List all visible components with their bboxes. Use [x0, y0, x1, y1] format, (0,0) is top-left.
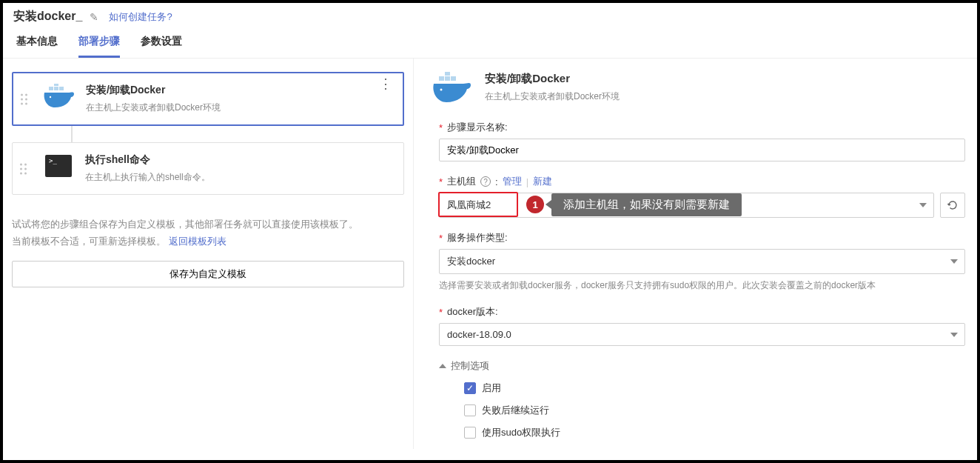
sudo-label: 使用sudo权限执行 — [482, 426, 560, 439]
service-type-value: 安装docker — [447, 256, 495, 267]
step-connector — [71, 126, 73, 142]
required-icon: * — [439, 176, 443, 187]
hint-text: 当前模板不合适，可重新选择模板。 — [12, 236, 166, 247]
host-group-new-link[interactable]: 新建 — [533, 175, 552, 188]
host-group-label: 主机组 — [447, 175, 476, 188]
svg-point-4 — [50, 96, 51, 98]
drag-handle-icon[interactable] — [20, 163, 27, 174]
svg-rect-8 — [445, 76, 450, 81]
help-link[interactable]: 如何创建任务? — [109, 10, 172, 24]
svg-rect-0 — [49, 87, 53, 90]
page-title: 安装docker_ — [13, 9, 82, 24]
service-type-hint: 选择需要安装或者卸载docker服务，docker服务只支持拥有sudo权限的用… — [439, 279, 965, 292]
continue-on-fail-checkbox[interactable] — [464, 404, 476, 416]
tabs-bar: 基本信息 部署步骤 参数设置 — [3, 27, 977, 59]
save-template-button[interactable]: 保存为自定义模板 — [12, 261, 404, 287]
svg-point-11 — [440, 89, 443, 91]
chevron-down-icon — [950, 333, 958, 337]
refresh-button[interactable] — [940, 193, 965, 218]
callout: 1 添加主机组，如果没有则需要新建 — [526, 193, 742, 216]
host-group-select[interactable]: 凤凰商城2 1 添加主机组，如果没有则需要新建 — [439, 193, 934, 218]
required-icon: * — [439, 122, 443, 133]
continue-on-fail-label: 失败后继续运行 — [482, 404, 549, 417]
docker-icon — [432, 72, 473, 104]
step-desc: 在主机上安装或者卸载Docker环境 — [86, 101, 392, 114]
svg-rect-2 — [59, 87, 64, 90]
svg-rect-1 — [54, 87, 58, 90]
detail-desc: 在主机上安装或者卸载Docker环境 — [485, 90, 620, 103]
docker-version-value: docker-18.09.0 — [447, 329, 511, 340]
step-desc: 在主机上执行输入的shell命令。 — [85, 171, 393, 184]
hint-text: 试试将您的步骤组合保存为自定义模板，其他部署任务就可以直接使用该模板了。 — [12, 216, 404, 233]
step-name-label: 步骤显示名称: — [447, 121, 508, 134]
refresh-icon — [947, 199, 959, 211]
separator: | — [526, 176, 528, 187]
docker-version-select[interactable]: docker-18.09.0 — [439, 323, 965, 346]
help-icon[interactable]: ? — [480, 176, 491, 187]
required-icon: * — [439, 233, 443, 244]
callout-number-badge: 1 — [526, 196, 544, 213]
service-type-label: 服务操作类型: — [447, 231, 508, 244]
docker-version-label: docker版本: — [447, 305, 498, 319]
detail-title: 安装/卸载Docker — [485, 72, 620, 86]
tab-param-settings[interactable]: 参数设置 — [141, 35, 182, 58]
step-name-input[interactable] — [439, 139, 965, 161]
svg-rect-9 — [451, 76, 456, 81]
step-detail-panel: 安装/卸载Docker 在主机上安装或者卸载Docker环境 * 步骤显示名称:… — [414, 59, 977, 449]
step-title: 执行shell命令 — [85, 153, 393, 167]
enable-checkbox[interactable]: ✓ — [464, 382, 476, 394]
host-group-value: 凤凰商城2 — [447, 199, 491, 210]
sudo-checkbox[interactable] — [464, 427, 476, 439]
svg-text:>_: >_ — [49, 157, 57, 164]
chevron-down-icon — [950, 259, 958, 264]
steps-panel: 安装/卸载Docker 在主机上安装或者卸载Docker环境 ⋮ >_ — [3, 59, 414, 449]
chevron-down-icon — [919, 203, 927, 207]
required-icon: * — [439, 307, 443, 318]
chevron-up-icon — [439, 364, 446, 368]
host-group-manage-link[interactable]: 管理 — [503, 175, 522, 188]
tab-deploy-steps[interactable]: 部署步骤 — [78, 35, 120, 58]
enable-label: 启用 — [482, 382, 501, 395]
step-card-shell[interactable]: >_ 执行shell命令 在主机上执行输入的shell命令。 — [12, 142, 404, 195]
control-options-label: 控制选项 — [451, 359, 489, 373]
svg-rect-7 — [439, 76, 444, 81]
step-card-docker[interactable]: 安装/卸载Docker 在主机上安装或者卸载Docker环境 ⋮ — [12, 72, 404, 126]
control-options-toggle[interactable]: 控制选项 — [439, 359, 965, 373]
service-type-select[interactable]: 安装docker — [439, 249, 965, 274]
drag-handle-icon[interactable] — [21, 93, 27, 104]
terminal-icon: >_ — [42, 153, 75, 179]
step-title: 安装/卸载Docker — [86, 84, 392, 97]
docker-icon — [43, 84, 75, 109]
tab-basic-info[interactable]: 基本信息 — [16, 35, 58, 58]
callout-text: 添加主机组，如果没有则需要新建 — [551, 193, 742, 216]
step-more-icon[interactable]: ⋮ — [379, 82, 392, 85]
svg-rect-3 — [54, 84, 58, 86]
back-template-link[interactable]: 返回模板列表 — [169, 236, 226, 247]
svg-rect-10 — [445, 72, 450, 76]
edit-title-icon[interactable]: ✎ — [90, 11, 98, 23]
